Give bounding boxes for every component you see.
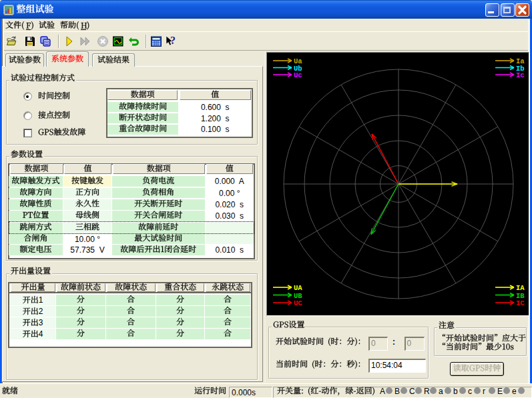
svg-text:Uc: Uc	[294, 71, 302, 79]
svg-text:Ic: Ic	[516, 71, 525, 79]
svg-text:IB: IB	[516, 292, 525, 300]
svg-text:UA: UA	[294, 284, 302, 292]
svg-text:UB: UB	[294, 292, 302, 300]
svg-text:UC: UC	[294, 299, 302, 307]
svg-text:IC: IC	[516, 299, 525, 307]
svg-text:IA: IA	[516, 284, 525, 292]
svg-text:?: ?	[170, 35, 176, 46]
